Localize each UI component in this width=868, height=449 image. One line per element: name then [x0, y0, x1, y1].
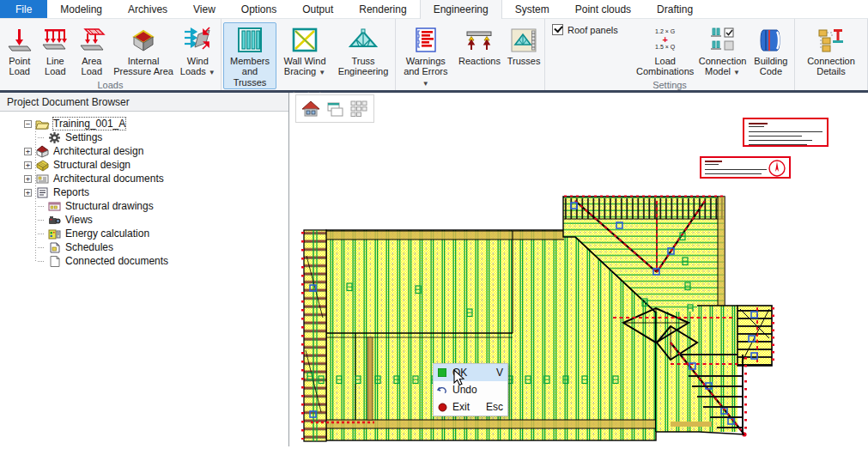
tree-item-reports-label[interactable]: Reports [53, 186, 89, 198]
collapse-icon[interactable] [24, 120, 32, 128]
tree-item-reports[interactable]: Reports [0, 185, 288, 199]
tree-item-schedules-label[interactable]: Schedules [65, 241, 113, 253]
tab-rendering[interactable]: Rendering [346, 0, 419, 18]
load-combinations-icon: 1.2 × G + 1.5 × Q [655, 24, 675, 56]
tree-item-architectural-documents[interactable]: Architectural documents [0, 172, 288, 185]
wind-loads-button[interactable]: Wind Loads ▼ [177, 22, 219, 79]
roof-panels-checkbox[interactable] [552, 24, 563, 35]
tree-item-views-label[interactable]: Views [65, 214, 93, 226]
context-menu-exit-label: Exit [452, 401, 481, 413]
tab-drafting[interactable]: Drafting [644, 0, 706, 18]
tree-item-architectural-documents-label[interactable]: Architectural documents [53, 173, 164, 185]
tab-system[interactable]: System [502, 0, 562, 18]
tab-output[interactable]: Output [289, 0, 346, 18]
group-label-loads: Loads [0, 79, 221, 92]
tab-modeling[interactable]: Modeling [47, 0, 115, 18]
line-load-icon [40, 24, 70, 56]
trusses-label: Trusses [507, 56, 541, 66]
tree-item-structural-design-label[interactable]: Structural design [53, 159, 131, 171]
tree-item-structural-drawings-label[interactable]: Structural drawings [65, 200, 154, 212]
tree-item-connected-documents[interactable]: Connected documents [0, 254, 288, 268]
folder-open-icon [35, 118, 50, 130]
house-icon [35, 145, 50, 158]
internal-pressure-area-button[interactable]: Internal Pressure Area [111, 22, 177, 79]
tree-item-settings-label[interactable]: Settings [65, 131, 102, 143]
connection-details-button[interactable]: Connection Details [800, 22, 862, 79]
tree-item-root-label[interactable]: Training_001_A [53, 118, 125, 130]
mouse-cursor [453, 369, 465, 386]
dropdown-arrow-icon: ▼ [319, 69, 325, 76]
report-icon [35, 186, 50, 199]
tree-item-root[interactable]: Training_001_A [0, 117, 288, 130]
north-arrow-icon [768, 159, 786, 178]
context-menu-item-ok[interactable]: OK V [434, 364, 507, 381]
load-combinations-button[interactable]: 1.2 × G + 1.5 × Q Load Combinations [634, 22, 695, 79]
area-load-button[interactable]: Area Load [73, 22, 110, 79]
ribbon-group-settings: Roof panels 1.2 × G + 1.5 × Q Load Combi… [545, 19, 795, 90]
line-load-button[interactable]: Line Load [38, 22, 74, 79]
trusses-result-icon [509, 24, 538, 56]
point-load-button[interactable]: Point Load [2, 22, 38, 79]
connection-model-button[interactable]: Connection Model ▼ [695, 22, 750, 79]
building-code-button[interactable]: Building Code [750, 22, 792, 79]
truss-engineering-label: Truss Engineering [335, 56, 392, 77]
tab-options[interactable]: Options [228, 0, 289, 18]
tree-item-structural-drawings[interactable]: Structural drawings [0, 199, 288, 213]
expand-icon[interactable] [24, 148, 32, 155]
tree-item-views[interactable]: Views [0, 213, 288, 227]
tree-item-schedules[interactable]: Schedules [0, 240, 288, 254]
building-code-icon [756, 24, 786, 56]
tab-file[interactable]: File [0, 0, 47, 18]
wall-wind-bracing-button[interactable]: Wall Wind Bracing ▼ [276, 22, 333, 79]
tree-item-connected-documents-label[interactable]: Connected documents [65, 255, 168, 267]
group-label-empty [795, 88, 867, 90]
annotation-box-title [743, 118, 829, 147]
connection-details-label: Connection Details [802, 56, 860, 77]
tab-archives[interactable]: Archives [115, 0, 180, 18]
context-menu-item-undo[interactable]: Undo [434, 381, 507, 398]
expand-icon[interactable] [24, 189, 32, 197]
camera-icon [47, 214, 62, 227]
roof-panels-checkbox-row[interactable]: Roof panels [552, 24, 618, 35]
internal-pressure-area-icon [129, 24, 158, 56]
tree-item-energy-calculation[interactable]: Energy calculation [0, 227, 288, 240]
tab-point-clouds[interactable]: Point clouds [562, 0, 644, 18]
tree-item-structural-design[interactable]: Structural design [0, 158, 288, 172]
connection-model-icon [707, 24, 738, 56]
tab-engineering[interactable]: Engineering [420, 0, 502, 19]
undo-arrow-icon [437, 385, 447, 395]
reactions-button[interactable]: Reactions [454, 22, 506, 68]
point-load-label: Point Load [3, 56, 36, 77]
schedule-icon [47, 241, 62, 254]
tree-guide [38, 234, 44, 234]
tree-guide [38, 247, 44, 248]
plus-icon: + [662, 36, 667, 44]
building-code-label: Building Code [751, 56, 791, 77]
dropdown-arrow-icon: ▼ [209, 69, 215, 76]
context-menu: OK V Undo Exit Esc [433, 363, 508, 416]
project-tree: Training_001_A Settings Architectural de… [0, 112, 288, 446]
trusses-button[interactable]: Trusses [505, 22, 543, 68]
area-load-icon [77, 24, 106, 56]
load-combinations-label: Load Combinations [636, 56, 694, 77]
expand-icon[interactable] [24, 161, 32, 169]
context-menu-item-exit[interactable]: Exit Esc [434, 398, 507, 416]
tree-item-settings[interactable]: Settings [0, 130, 288, 144]
wind-loads-icon [183, 24, 212, 56]
expand-icon[interactable] [24, 175, 32, 183]
roof-panels-label: Roof panels [568, 25, 618, 35]
members-and-trusses-button[interactable]: Members and Trusses [223, 22, 276, 89]
tab-view[interactable]: View [180, 0, 228, 18]
warnings-and-errors-button[interactable]: Warnings and Errors ▼ [398, 22, 454, 90]
truss-engineering-icon [348, 24, 379, 56]
tree-guide [38, 206, 44, 207]
tree-guide-line [35, 124, 36, 261]
project-document-browser-panel: Project Document Browser Training_001_A … [0, 93, 289, 446]
reactions-label: Reactions [458, 56, 501, 66]
tree-item-energy-calculation-label[interactable]: Energy calculation [65, 228, 149, 240]
drawing-canvas[interactable]: OK V Undo Exit Esc [289, 93, 868, 446]
truss-engineering-button[interactable]: Truss Engineering [333, 22, 393, 79]
tree-item-architectural-design[interactable]: Architectural design [0, 144, 288, 158]
tree-item-architectural-design-label[interactable]: Architectural design [53, 145, 143, 157]
load-combo-bottom-text: 1.5 × Q [655, 44, 675, 52]
